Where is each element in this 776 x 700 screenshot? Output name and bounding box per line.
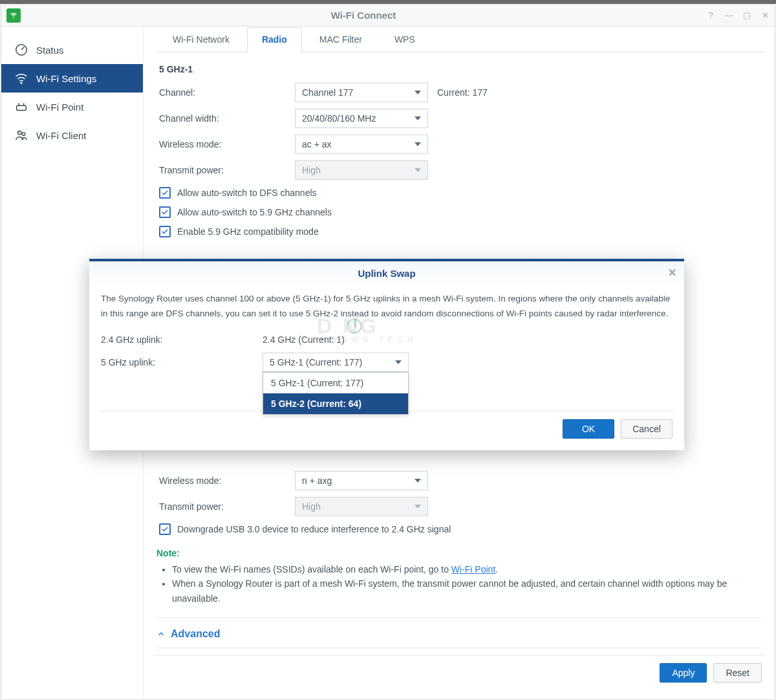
wireless-mode-dropdown[interactable]: ac + ax: [295, 135, 428, 154]
dropdown-panel: 5 GHz-1 (Current: 177) 5 GHz-2 (Current:…: [263, 372, 409, 415]
sidebar-item-wifi-settings[interactable]: Wi-Fi Settings: [1, 64, 143, 93]
close-icon[interactable]: ✕: [668, 267, 676, 279]
svg-rect-2: [17, 105, 27, 110]
chevron-down-icon: [415, 505, 421, 509]
sidebar-item-wifi-client[interactable]: Wi-Fi Client: [1, 121, 143, 149]
wireless-mode-label: Wireless mode:: [159, 139, 295, 149]
svg-point-3: [18, 131, 22, 135]
chevron-down-icon: [415, 91, 421, 94]
allow-59-checkbox[interactable]: [159, 206, 171, 218]
router-icon: [14, 100, 28, 114]
cancel-button[interactable]: Cancel: [621, 419, 673, 439]
downgrade-usb-label: Downgrade USB 3.0 device to reduce inter…: [177, 524, 451, 534]
tab-wps[interactable]: WPS: [380, 27, 430, 52]
section-title-5ghz1: 5 GHz-1: [156, 59, 762, 80]
channel-label: Channel:: [159, 87, 295, 98]
transmit-power-dropdown-24: High: [295, 497, 428, 516]
modal-title: Uplink Swap: [358, 268, 415, 279]
uplink-swap-dialog: Uplink Swap ✕ The Synology Router uses c…: [89, 259, 684, 450]
note-item: To view the Wi-Fi names (SSIDs) availabl…: [172, 562, 762, 576]
svg-point-1: [21, 82, 22, 83]
chevron-up-icon: [156, 629, 166, 639]
sidebar-item-status[interactable]: Status: [1, 36, 143, 64]
apply-button[interactable]: Apply: [660, 663, 707, 683]
uplink-24-value: 2.4 GHz (Current: 1): [263, 334, 345, 345]
channel-dropdown[interactable]: Channel 177: [295, 83, 428, 102]
compat-59-checkbox[interactable]: [159, 226, 171, 237]
close-button[interactable]: ✕: [760, 10, 770, 20]
tab-mac-filter[interactable]: MAC Filter: [305, 27, 377, 52]
tab-wifi-network[interactable]: Wi-Fi Network: [158, 27, 244, 52]
window-title: Wi-Fi Connect: [21, 10, 706, 21]
channel-current: Current: 177: [437, 87, 488, 98]
advanced-header[interactable]: Advanced: [156, 624, 762, 644]
uplink-5-dropdown[interactable]: 5 GHz-1 (Current: 177): [263, 353, 409, 372]
downgrade-usb-checkbox[interactable]: [159, 523, 171, 535]
sidebar-item-label: Status: [36, 45, 64, 56]
maximize-button[interactable]: ▢: [742, 10, 751, 20]
dropdown-option-selected[interactable]: 5 GHz-2 (Current: 64): [263, 393, 408, 414]
uplink-5-label: 5 GHz uplink:: [101, 357, 263, 367]
wifi-point-link[interactable]: Wi-Fi Point: [451, 564, 495, 574]
app-icon: [6, 8, 21, 23]
ok-button[interactable]: OK: [563, 419, 614, 439]
allow-dfs-label: Allow auto-switch to DFS channels: [177, 188, 317, 198]
allow-dfs-checkbox[interactable]: [159, 187, 171, 199]
minimize-button[interactable]: —: [724, 10, 733, 20]
chevron-down-icon: [415, 168, 421, 172]
note-item: When a Synology Router is part of a mesh…: [172, 576, 762, 606]
channel-width-dropdown[interactable]: 20/40/80/160 MHz: [295, 109, 428, 128]
users-icon: [14, 128, 28, 142]
chevron-down-icon: [415, 116, 421, 120]
uplink-24-label: 2.4 GHz uplink:: [101, 334, 263, 345]
chevron-down-icon: [415, 142, 421, 146]
chevron-down-icon: [395, 360, 402, 364]
compat-59-label: Enable 5.9 GHz compatibility mode: [177, 226, 319, 237]
reset-button[interactable]: Reset: [713, 663, 762, 683]
tab-radio[interactable]: Radio: [247, 27, 302, 52]
wireless-mode-label: Wireless mode:: [159, 476, 295, 486]
sidebar-item-label: Wi-Fi Client: [36, 130, 87, 141]
modal-description: The Synology Router uses channel 100 or …: [101, 292, 673, 322]
transmit-power-dropdown: High: [295, 160, 428, 180]
wifi-icon: [14, 71, 28, 85]
sidebar-item-label: Wi-Fi Settings: [36, 73, 96, 84]
chevron-down-icon: [415, 479, 421, 483]
gauge-icon: [14, 43, 28, 57]
transmit-power-label: Transmit power:: [159, 501, 295, 512]
svg-point-4: [22, 133, 25, 136]
allow-59-label: Allow auto-switch to 5.9 GHz channels: [177, 207, 332, 217]
wireless-mode-dropdown-24[interactable]: n + axg: [295, 471, 428, 490]
note-heading: Note:: [156, 548, 762, 558]
sidebar-item-label: Wi-Fi Point: [36, 102, 83, 113]
help-button[interactable]: ?: [706, 10, 715, 20]
transmit-power-label: Transmit power:: [159, 165, 295, 175]
dropdown-option[interactable]: 5 GHz-1 (Current: 177): [263, 373, 408, 393]
channel-width-label: Channel width:: [159, 113, 295, 124]
sidebar-item-wifi-point[interactable]: Wi-Fi Point: [1, 93, 143, 121]
